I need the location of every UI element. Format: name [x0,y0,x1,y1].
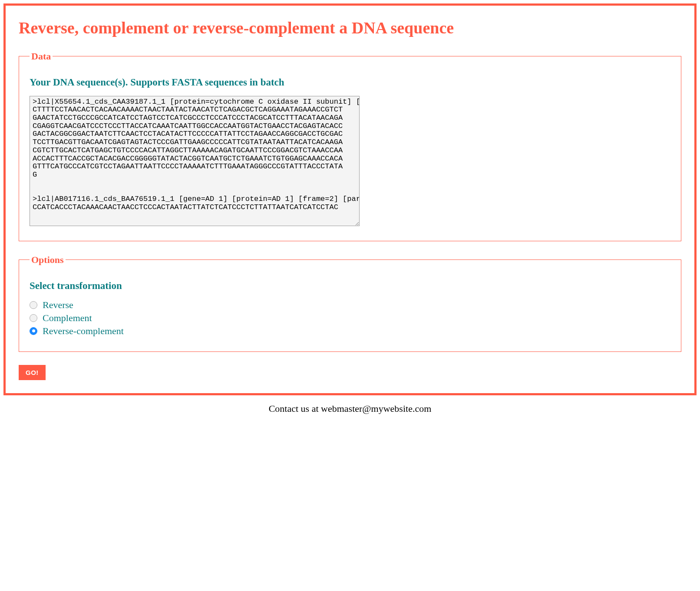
data-fieldset: Data Your DNA sequence(s). Supports FAST… [19,51,681,241]
radio-icon [30,301,37,309]
data-heading: Your DNA sequence(s). Supports FASTA seq… [30,77,670,88]
radio-label: Reverse-complement [43,325,124,337]
radio-label: Reverse [43,299,73,311]
options-heading: Select transformation [30,280,670,292]
footer-text: Contact us at webmaster@mywebsite.com [0,403,700,414]
radio-list: Reverse Complement Reverse-complement [30,299,670,337]
radio-reverse[interactable]: Reverse [30,299,670,311]
options-fieldset: Options Select transformation Reverse Co… [19,254,681,352]
sequence-textarea[interactable]: >lcl|X55654.1_cds_CAA39187.1_1 [protein=… [30,96,360,226]
radio-dot-icon [32,329,35,332]
radio-reverse-complement[interactable]: Reverse-complement [30,325,670,337]
outer-frame: Reverse, complement or reverse-complemen… [3,3,697,395]
options-legend: Options [30,254,66,266]
radio-label: Complement [43,312,92,324]
go-button[interactable]: GO! [19,365,46,380]
page-title: Reverse, complement or reverse-complemen… [19,19,681,38]
radio-icon [30,327,37,335]
radio-complement[interactable]: Complement [30,312,670,324]
data-legend: Data [30,51,53,62]
radio-icon [30,314,37,322]
